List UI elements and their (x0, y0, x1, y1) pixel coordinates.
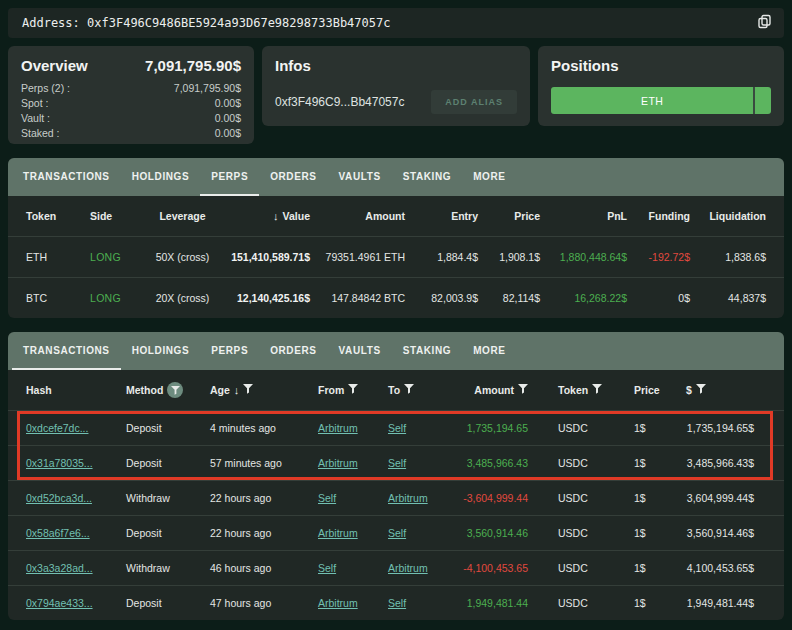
col-amount[interactable]: Amount (310, 210, 405, 222)
usd-cell: 3,604,999.44$ (668, 492, 766, 504)
to-link[interactable]: Self (388, 422, 406, 434)
transaction-row: 0x31a78035... Deposit 57 minutes ago Arb… (8, 445, 784, 480)
price-cell: 1$ (612, 457, 668, 469)
tab-transactions[interactable]: TRANSACTIONS (12, 332, 121, 370)
vault-value: 0.00$ (215, 111, 241, 126)
token-cell: BTC (26, 292, 90, 304)
tab-staking[interactable]: STAKING (392, 158, 462, 196)
spot-label: Spot : (21, 96, 48, 111)
method-cell: Deposit (126, 457, 210, 469)
col-leverage[interactable]: Leverage (150, 210, 215, 222)
transaction-row: 0x3a3a28ad... Withdraw 46 hours ago Self… (8, 550, 784, 585)
positions-title: Positions (551, 57, 771, 74)
age-filter-icon[interactable] (243, 384, 253, 396)
perps-value: 7,091,795.90$ (174, 81, 241, 96)
col-funding[interactable]: Funding (627, 210, 690, 222)
tab-perps[interactable]: PERPS (200, 332, 259, 370)
to-link[interactable]: Self (388, 527, 406, 539)
age-cell: 4 minutes ago (210, 422, 318, 434)
col-token[interactable]: Token (26, 210, 90, 222)
tab-orders[interactable]: ORDERS (259, 158, 327, 196)
col-value[interactable]: ↓ Value (215, 210, 310, 222)
from-link[interactable]: Arbitrum (318, 422, 358, 434)
funding-cell: -192.72$ (627, 251, 690, 263)
amount-cell: 3,485,966.43 (448, 457, 528, 469)
overview-card: Overview 7,091,795.90$ Perps (2) :7,091,… (8, 46, 254, 144)
from-link[interactable]: Arbitrum (318, 597, 358, 609)
sort-desc-icon[interactable]: ↓ (234, 384, 240, 396)
sort-desc-icon: ↓ (273, 210, 279, 222)
token-filter-icon[interactable] (592, 384, 602, 396)
tab-transactions[interactable]: TRANSACTIONS (12, 158, 121, 196)
col-side[interactable]: Side (90, 210, 150, 222)
tab-vaults[interactable]: VAULTS (328, 158, 392, 196)
tab-holdings[interactable]: HOLDINGS (121, 332, 201, 370)
col-entry[interactable]: Entry (405, 210, 478, 222)
hash-link[interactable]: 0x794ae433... (26, 597, 93, 609)
from-link[interactable]: Arbitrum (318, 457, 358, 469)
tab-perps[interactable]: PERPS (200, 158, 259, 196)
vault-label: Vault : (21, 111, 50, 126)
method-cell: Deposit (126, 422, 210, 434)
age-cell: 22 hours ago (210, 527, 318, 539)
add-alias-button[interactable]: ADD ALIAS (431, 90, 517, 114)
from-link[interactable]: Self (318, 492, 336, 504)
tab-more[interactable]: MORE (462, 332, 516, 370)
age-cell: 46 hours ago (210, 562, 318, 574)
to-link[interactable]: Self (388, 457, 406, 469)
amount-filter-icon[interactable] (518, 384, 528, 396)
method-cell: Deposit (126, 527, 210, 539)
hash-link[interactable]: 0xd52bca3d... (26, 492, 92, 504)
tab-more[interactable]: MORE (462, 158, 516, 196)
col-pnl[interactable]: PnL (540, 210, 627, 222)
method-cell: Deposit (126, 597, 210, 609)
method-filter-icon[interactable] (167, 382, 183, 398)
to-link[interactable]: Self (388, 597, 406, 609)
hash-link[interactable]: 0x31a78035... (26, 457, 93, 469)
col-usd: $ (668, 384, 766, 396)
page: Address: 0xf3F496C9486BE5924a93D67e98298… (0, 0, 792, 630)
col-method: Method (126, 382, 210, 398)
usd-cell: 3,560,914.46$ (668, 527, 766, 539)
staked-label: Staked : (21, 126, 60, 141)
positions-card: Positions ETH (538, 46, 784, 126)
tab-orders[interactable]: ORDERS (259, 332, 327, 370)
tab-vaults[interactable]: VAULTS (328, 332, 392, 370)
position-segment-eth[interactable]: ETH (551, 87, 753, 114)
col-amount: Amount (448, 384, 528, 396)
perps-row-btc[interactable]: BTC LONG 20X (cross) 12,140,425.16$ 147.… (8, 277, 784, 318)
overview-total: 7,091,795.90$ (145, 57, 241, 74)
token-cell: USDC (528, 422, 612, 434)
position-segment-other[interactable] (753, 87, 771, 114)
summary-cards: Overview 7,091,795.90$ Perps (2) :7,091,… (8, 46, 784, 144)
col-from: From (318, 384, 388, 396)
copy-address-button[interactable] (757, 14, 772, 32)
perps-section: TRANSACTIONS HOLDINGS PERPS ORDERS VAULT… (8, 158, 784, 318)
hash-link[interactable]: 0xdcefe7dc... (26, 422, 88, 434)
price-cell: 1$ (612, 492, 668, 504)
from-filter-icon[interactable] (348, 384, 358, 396)
usd-cell: 3,485,966.43$ (668, 457, 766, 469)
hash-link[interactable]: 0x58a6f7e6... (26, 527, 90, 539)
liquidation-cell: 44,837$ (690, 292, 766, 304)
usd-filter-icon[interactable] (696, 384, 706, 396)
to-link[interactable]: Arbitrum (388, 492, 428, 504)
transactions-table-header: Hash Method Age ↓ From To Amount Token P… (8, 370, 784, 410)
tab-staking[interactable]: STAKING (392, 332, 462, 370)
from-link[interactable]: Self (318, 562, 336, 574)
col-price[interactable]: Price (478, 210, 540, 222)
from-link[interactable]: Arbitrum (318, 527, 358, 539)
tab-holdings[interactable]: HOLDINGS (121, 158, 201, 196)
to-filter-icon[interactable] (404, 384, 414, 396)
perps-row-eth[interactable]: ETH LONG 50X (cross) 151,410,589.71$ 793… (8, 236, 784, 277)
token-cell: ETH (26, 251, 90, 263)
amount-cell: -3,604,999.44 (448, 492, 528, 504)
transaction-row: 0xdcefe7dc... Deposit 4 minutes ago Arbi… (8, 410, 784, 445)
to-link[interactable]: Arbitrum (388, 562, 428, 574)
amount-cell: 147.84842 BTC (310, 292, 405, 304)
hash-link[interactable]: 0x3a3a28ad... (26, 562, 93, 574)
transaction-row: 0x58a6f7e6... Deposit 22 hours ago Arbit… (8, 515, 784, 550)
col-liquidation[interactable]: Liquidation (690, 210, 766, 222)
transaction-row: 0xd52bca3d... Withdraw 22 hours ago Self… (8, 480, 784, 515)
copy-icon (757, 14, 772, 32)
